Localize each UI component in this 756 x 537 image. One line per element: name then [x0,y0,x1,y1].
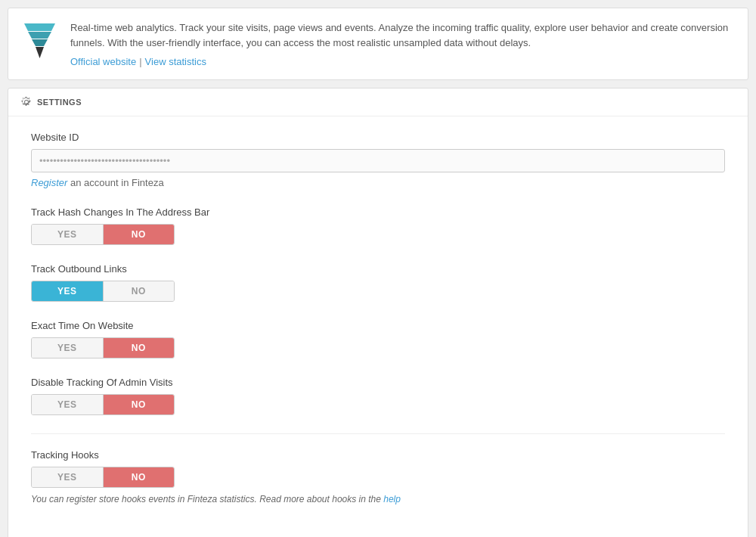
website-id-label: Website ID [31,132,725,143]
tracking-hooks-no[interactable]: NO [104,467,175,487]
settings-content: Website ID Register an account in Fintez… [8,116,748,537]
tracking-hooks-note: You can register store hooks events in F… [31,494,725,504]
website-id-input[interactable] [31,149,725,172]
svg-marker-2 [32,39,48,46]
disable-tracking-yes[interactable]: YES [32,395,103,414]
tracking-hooks-help-link[interactable]: help [383,494,401,504]
settings-header: SETTINGS [8,88,748,116]
track-hash-toggle: YES NO [31,224,175,245]
view-statistics-link[interactable]: View statistics [145,56,206,67]
register-link[interactable]: Register [31,177,67,188]
finteza-logo [23,20,57,62]
tracking-hooks-label: Tracking Hooks [31,449,725,461]
track-outbound-toggle: YES NO [31,281,175,302]
link-separator: | [139,56,141,67]
gear-icon [20,96,33,108]
info-links: Official website | View statistics [70,56,736,67]
track-outbound-yes[interactable]: YES [32,281,103,301]
tracking-hooks-note-text: You can register store hooks events in F… [31,494,381,504]
track-hash-group: Track Hash Changes In The Address Bar YE… [31,206,725,245]
track-outbound-no[interactable]: NO [104,281,175,301]
track-outbound-label: Track Outbound Links [31,263,725,275]
disable-tracking-toggle: YES NO [31,394,175,415]
website-id-group: Website ID Register an account in Fintez… [31,132,725,188]
track-hash-yes[interactable]: YES [32,225,103,244]
track-outbound-group: Track Outbound Links YES NO [31,263,725,302]
exact-time-yes[interactable]: YES [32,338,103,358]
disable-tracking-group: Disable Tracking Of Admin Visits YES NO [31,377,725,415]
register-link-container: Register an account in Finteza [31,177,725,188]
track-hash-no[interactable]: NO [104,225,175,244]
section-divider [31,433,725,434]
info-content: Real-time web analytics. Track your site… [70,20,736,67]
register-text: an account in Finteza [70,177,164,188]
exact-time-group: Exact Time On Website YES NO [31,320,725,359]
disable-tracking-label: Disable Tracking Of Admin Visits [31,377,725,388]
svg-marker-3 [36,47,44,58]
settings-title: SETTINGS [37,98,82,107]
disable-tracking-no[interactable]: NO [104,395,175,414]
official-website-link[interactable]: Official website [70,56,136,67]
svg-marker-1 [28,32,51,39]
svg-marker-0 [24,23,55,31]
tracking-hooks-yes[interactable]: YES [32,467,103,487]
info-description: Real-time web analytics. Track your site… [70,20,736,50]
tracking-hooks-group: Tracking Hooks YES NO You can register s… [31,449,725,504]
exact-time-label: Exact Time On Website [31,320,725,331]
logo-container [20,20,58,62]
info-panel: Real-time web analytics. Track your site… [8,8,748,80]
settings-panel: SETTINGS Website ID Register an account … [8,88,748,537]
tracking-hooks-toggle: YES NO [31,467,175,488]
track-hash-label: Track Hash Changes In The Address Bar [31,206,725,218]
exact-time-toggle: YES NO [31,337,175,359]
exact-time-no[interactable]: NO [104,338,175,358]
